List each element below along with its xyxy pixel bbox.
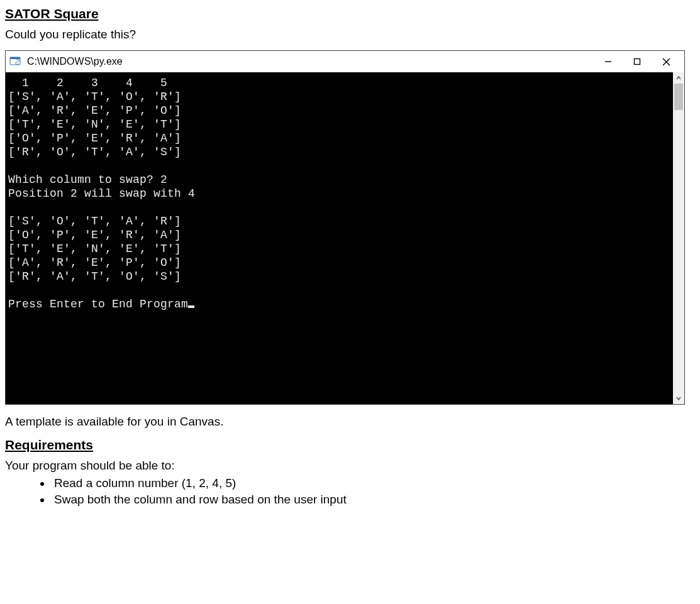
page-title: SATOR Square bbox=[5, 6, 695, 21]
maximize-button[interactable] bbox=[623, 52, 652, 71]
list-item: Swap both the column and row based on th… bbox=[52, 493, 695, 507]
vertical-scrollbar[interactable] bbox=[673, 72, 684, 404]
scrollbar-thumb[interactable] bbox=[674, 84, 683, 110]
template-note: A template is available for you in Canva… bbox=[5, 415, 695, 429]
intro-paragraph: Could you replicate this? bbox=[5, 28, 695, 41]
svg-rect-1 bbox=[10, 57, 20, 59]
console-window: C:\WINDOWS\py.exe 1 2 3 4 5 ['S', 'A', '… bbox=[5, 50, 685, 405]
svg-point-3 bbox=[18, 63, 18, 64]
close-button[interactable] bbox=[652, 52, 681, 71]
scroll-down-icon[interactable] bbox=[673, 393, 684, 404]
requirements-intro: Your program should be able to: bbox=[5, 459, 695, 473]
svg-rect-5 bbox=[635, 59, 640, 65]
scroll-up-icon[interactable] bbox=[673, 72, 684, 84]
scrollbar-track[interactable] bbox=[673, 84, 684, 393]
minimize-button[interactable] bbox=[594, 52, 623, 71]
window-titlebar: C:\WINDOWS\py.exe bbox=[6, 51, 684, 72]
window-title: C:\WINDOWS\py.exe bbox=[27, 56, 123, 67]
python-console-icon bbox=[9, 55, 22, 68]
console-output: 1 2 3 4 5 ['S', 'A', 'T', 'O', 'R'] ['A'… bbox=[6, 72, 673, 404]
list-item: Read a column number (1, 2, 4, 5) bbox=[52, 476, 695, 490]
text-cursor bbox=[188, 305, 194, 308]
requirements-heading: Requirements bbox=[5, 437, 695, 453]
svg-point-2 bbox=[16, 60, 17, 60]
requirements-list: Read a column number (1, 2, 4, 5) Swap b… bbox=[5, 476, 695, 507]
